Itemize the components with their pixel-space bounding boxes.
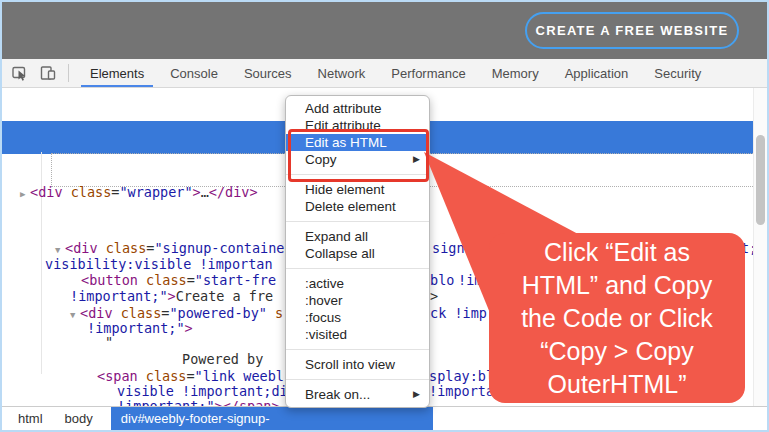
menu-item-hover[interactable]: :hover: [286, 292, 429, 309]
tab-memory[interactable]: Memory: [479, 59, 552, 87]
screenshot-frame: CREATE A FREE WEBSITE ElementsConsoleSou…: [0, 0, 769, 432]
code-fragment: !important;"></span>: [117, 398, 280, 406]
code-fragment: ck !imp: [430, 305, 487, 321]
code-fragment: …: [5, 208, 13, 224]
menu-separator: [286, 349, 429, 350]
tab-console[interactable]: Console: [157, 59, 231, 87]
code-fragment: Powered by: [182, 351, 263, 367]
code-fragment: blo: [430, 272, 454, 288]
code-fragment: >: [430, 288, 438, 304]
menu-item-add-attribute[interactable]: Add attribute: [286, 100, 429, 117]
code-fragment: splay:bl: [429, 368, 494, 384]
menu-item-collapse-all[interactable]: Collapse all: [286, 245, 429, 262]
callout-bubble: Click “Edit as HTML” and Copy the Code o…: [489, 233, 745, 403]
breadcrumb-item-body[interactable]: body: [59, 411, 99, 426]
tab-application[interactable]: Application: [552, 59, 642, 87]
menu-item-label: Break on...: [305, 386, 370, 403]
scrollbar-thumb[interactable]: [756, 135, 765, 225]
menu-item-label: Hide element: [305, 181, 385, 198]
menu-item-label: :active: [305, 275, 344, 292]
tab-security[interactable]: Security: [641, 59, 714, 87]
menu-item-label: Collapse all: [305, 245, 375, 262]
menu-item-active[interactable]: :active: [286, 275, 429, 292]
breadcrumb: htmlbodydiv#weebly-footer-signup-: [2, 406, 767, 430]
code-fragment: ▼: [32, 208, 37, 224]
tab-sources[interactable]: Sources: [231, 59, 305, 87]
menu-item-label: Delete element: [305, 198, 396, 215]
code-fragment: <div id="weebly-footer-signup: [42, 208, 278, 224]
menu-item-label: Add attribute: [305, 100, 382, 117]
menu-separator: [286, 268, 429, 269]
menu-item-label: Expand all: [305, 228, 368, 245]
menu-separator: [286, 379, 429, 380]
menu-item-scroll-into-view[interactable]: Scroll into view: [286, 356, 429, 373]
code-fragment: ▶: [20, 184, 25, 200]
tab-performance[interactable]: Performance: [378, 59, 478, 87]
breadcrumb-item-div-weebly-footer-signup[interactable]: div#weebly-footer-signup-: [111, 407, 433, 431]
submenu-arrow-icon: ▶: [413, 386, 420, 403]
code-fragment: ": [105, 334, 113, 350]
menu-item-label: :focus: [305, 309, 341, 326]
devtools-tabs: ElementsConsoleSourcesNetworkPerformance…: [77, 59, 714, 87]
highlight-box: [288, 129, 429, 182]
code-fragment: ="light" style="display:block: [432, 208, 668, 224]
inspect-element-icon[interactable]: [12, 65, 28, 81]
code-fragment: <div class="powered-by" s: [80, 305, 283, 321]
code-fragment: <span class="link weebl: [97, 368, 284, 384]
menu-item-focus[interactable]: :focus: [286, 309, 429, 326]
code-fragment: !importa: [429, 383, 494, 399]
code-fragment: visibility:visible !importan: [45, 256, 273, 272]
devtools-toolbar: ElementsConsoleSourcesNetworkPerformance…: [2, 59, 767, 88]
tab-elements[interactable]: Elements: [77, 59, 157, 87]
code-fragment: visible !important;disp: [117, 383, 304, 399]
menu-item-label: :visited: [305, 326, 347, 343]
site-header: CREATE A FREE WEBSITE: [2, 2, 767, 59]
create-free-website-button[interactable]: CREATE A FREE WEBSITE: [525, 12, 739, 49]
device-toolbar-icon[interactable]: [40, 65, 56, 81]
menu-item-expand-all[interactable]: Expand all: [286, 228, 429, 245]
menu-item-label: :hover: [305, 292, 343, 309]
menu-item-delete-element[interactable]: Delete element: [286, 198, 429, 215]
menu-separator: [286, 221, 429, 222]
breadcrumb-item-html[interactable]: html: [12, 411, 49, 426]
code-fragment: <button class="start-fre: [81, 272, 276, 288]
code-fragment: !important; visibility:visible: [42, 224, 286, 240]
tab-network[interactable]: Network: [305, 59, 379, 87]
code-fragment: !important;">Create a fre: [70, 288, 273, 304]
callout-text: Click “Edit as HTML” and Copy the Code o…: [521, 236, 713, 401]
toolbar-divider: [68, 64, 69, 82]
code-fragment: <div class="wrapper">…</div>: [30, 184, 258, 200]
menu-item-label: Scroll into view: [305, 356, 395, 373]
menu-item-visited[interactable]: :visited: [286, 326, 429, 343]
menu-item-hide-element[interactable]: Hide element: [286, 181, 429, 198]
menu-item-break-on[interactable]: Break on...▶: [286, 386, 429, 403]
code-fragment: ▼: [55, 240, 60, 256]
code-fragment: ▼: [70, 305, 75, 321]
code-fragment: <div class="signup-containe: [65, 240, 284, 256]
